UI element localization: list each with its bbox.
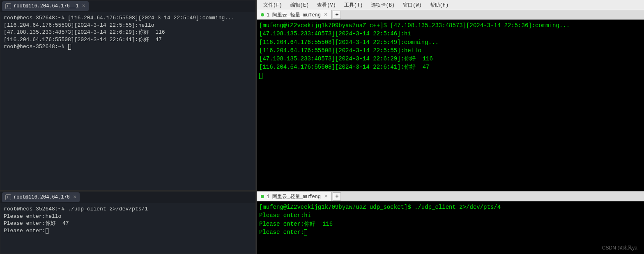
terminal-line: root@hecs-352648:~# ./udp_client 2>/dev/…: [4, 206, 148, 212]
terminal-line: Please enter:你好 116: [259, 221, 333, 227]
terminal-tab[interactable]: 1 阿里云_轻量_mufeng ×: [257, 10, 332, 19]
cursor: [68, 44, 71, 50]
terminal-pane-top-right: 1 阿里云_轻量_mufeng × + [mufeng@iZ2vcekijg1k…: [257, 10, 644, 191]
terminal-tab[interactable]: root@116.204.64.176 ×: [2, 192, 80, 202]
terminal-output[interactable]: root@hecs-352648:~# [116.204.64.176:5550…: [0, 12, 255, 190]
menu-bar: 文件(F) 编辑(E) 查看(V) 工具(T) 选项卡(B) 窗口(W) 帮助(…: [257, 0, 644, 10]
cursor: [259, 73, 262, 79]
terminal-pane-bottom-left: root@116.204.64.176 × root@hecs-352648:~…: [0, 191, 256, 254]
status-dot-icon: [261, 195, 264, 198]
status-dot-icon: [261, 13, 264, 16]
terminal-line: [47.108.135.233:48573][2024-3-14 22:5:46…: [259, 30, 411, 37]
terminal-line: Please enter:hi: [259, 212, 311, 219]
terminal-output[interactable]: root@hecs-352648:~# ./udp_client 2>/dev/…: [0, 203, 255, 254]
tab-title: 1 阿里云_轻量_mufeng: [267, 12, 321, 18]
close-icon[interactable]: ×: [82, 3, 85, 9]
cursor: [304, 229, 307, 236]
terminal-line: Please enter:hello: [4, 213, 61, 219]
terminal-line: [47.108.135.233:48573][2024-3-14 22:6:29…: [259, 55, 433, 62]
tab-title: root@116.204.64.176__1: [14, 3, 78, 9]
terminal-icon: [5, 194, 11, 200]
terminal-icon: [5, 3, 11, 9]
terminal-line: root@hecs-352648:~# [116.204.64.176:5550…: [4, 15, 235, 21]
close-icon[interactable]: ×: [324, 193, 327, 200]
terminal-line: [mufeng@iZ2vcekijg1k709byaw7uaZ udp_sock…: [259, 204, 501, 210]
terminal-line: [mufeng@iZ2vcekijg1k709byaw7uaZ c++]$ [4…: [259, 22, 570, 29]
tab-title: 1 阿里云_轻量_mufeng: [267, 193, 321, 200]
terminal-prompt: root@hecs-352648:~#: [4, 44, 68, 50]
tab-bar: 1 阿里云_轻量_mufeng × +: [257, 10, 644, 20]
terminal-output[interactable]: [mufeng@iZ2vcekijg1k709byaw7uaZ c++]$ [4…: [257, 20, 644, 191]
menu-file[interactable]: 文件(F): [259, 1, 286, 9]
terminal-line: [116.204.64.176:55508][2024-3-14 22:5:49…: [259, 39, 439, 46]
terminal-pane-bottom-right: 1 阿里云_轻量_mufeng × + [mufeng@iZ2vcekijg1k…: [257, 191, 644, 254]
terminal-output[interactable]: [mufeng@iZ2vcekijg1k709byaw7uaZ udp_sock…: [257, 201, 644, 254]
close-icon[interactable]: ×: [324, 12, 327, 18]
tab-title: root@116.204.64.176: [14, 194, 70, 200]
menu-edit[interactable]: 编辑(E): [286, 1, 313, 9]
menu-help[interactable]: 帮助(H): [426, 1, 453, 9]
tab-bar: root@116.204.64.176 ×: [0, 192, 255, 203]
menu-tools[interactable]: 工具(T): [340, 1, 367, 9]
add-tab-button[interactable]: +: [333, 192, 341, 201]
terminal-line: [116.204.64.176:55508][2024-3-14 22:6:41…: [4, 37, 162, 43]
terminal-pane-top-left: root@116.204.64.176__1 × root@hecs-35264…: [0, 0, 256, 191]
terminal-tab[interactable]: 1 阿里云_轻量_mufeng ×: [257, 192, 332, 201]
menu-tabs[interactable]: 选项卡(B): [367, 1, 399, 9]
add-tab-button[interactable]: +: [333, 11, 341, 19]
terminal-line: [116.204.64.176:55508][2024-3-14 22:5:55…: [4, 22, 154, 28]
close-icon[interactable]: ×: [73, 194, 76, 201]
tab-bar: root@116.204.64.176__1 ×: [0, 0, 255, 12]
menu-view[interactable]: 查看(V): [313, 1, 340, 9]
terminal-line: [116.204.64.176:55508][2024-3-14 22:5:55…: [259, 47, 421, 54]
watermark: CSDN @沐风ya: [602, 245, 637, 252]
tab-bar: 1 阿里云_轻量_mufeng × +: [257, 192, 644, 201]
cursor: [46, 228, 48, 234]
terminal-tab[interactable]: root@116.204.64.176__1 ×: [2, 1, 89, 11]
terminal-line: [116.204.64.176:55508][2024-3-14 22:6:41…: [259, 64, 429, 70]
menu-window[interactable]: 窗口(W): [399, 1, 426, 9]
terminal-prompt: Please enter:: [259, 229, 304, 236]
terminal-line: [47.108.135.233:48573][2024-3-14 22:6:29…: [4, 29, 165, 35]
terminal-prompt: Please enter:: [4, 228, 45, 234]
terminal-line: Please enter:你好 47: [4, 220, 69, 226]
